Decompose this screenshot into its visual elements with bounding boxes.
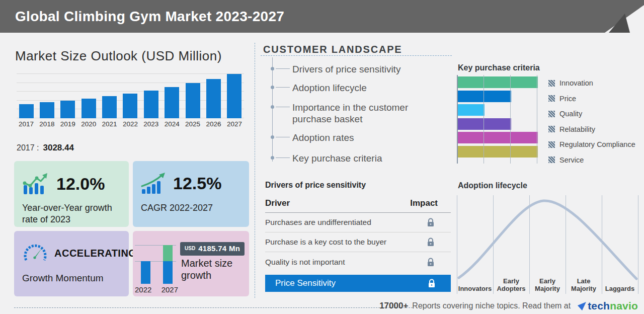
criteria-bar-price [458, 91, 511, 102]
momentum-caption: Growth Momentum [22, 273, 104, 284]
price-sensitivity-label: Price Sensitivity [275, 278, 336, 288]
legend-label: Regulatory Compliance [559, 140, 635, 148]
driver-row: Purchases are undifferentiated [265, 213, 451, 232]
gridline [537, 75, 537, 164]
col-impact: Impact [410, 198, 438, 208]
criteria-bar-regulatory-compliance [458, 132, 538, 143]
mini-bar-2027-base [163, 261, 173, 284]
list-connector-line [272, 57, 273, 162]
year-label: 2027 [225, 120, 244, 128]
mini-bar-2027-growth [163, 245, 173, 261]
header-bar: Global Climbing Gym Market 2023-2027 [0, 0, 644, 33]
bar-2017 [19, 104, 34, 118]
bar-column [204, 79, 223, 118]
report-count: 17000+ [379, 301, 408, 311]
bar-column [141, 91, 160, 118]
bar-column [58, 101, 77, 118]
footer-text: Reports covering niche topics. Read them… [412, 301, 571, 310]
col-driver: Driver [265, 198, 290, 208]
gridline [457, 75, 458, 164]
market-size-title: Market Size Outlook (USD Million) [15, 48, 222, 64]
key-purchase-criteria-title: Key purchase criteria [458, 63, 540, 72]
speedometer-icon [22, 242, 48, 264]
legend-label: Price [559, 95, 576, 103]
bar-column [100, 96, 119, 118]
chart-bars [17, 73, 244, 118]
badge-currency: USD [185, 246, 195, 251]
bar-2020 [82, 99, 96, 118]
legend-item: Price [548, 91, 635, 107]
criteria-bar-service [458, 146, 538, 158]
bar-2025 [186, 83, 200, 118]
bar-column [225, 74, 244, 118]
list-connector [276, 158, 290, 158]
mini-bar-2022 [141, 261, 150, 284]
bar-2027 [227, 74, 242, 118]
lifecycle-stage-label: Early Adopters [493, 278, 529, 294]
momentum-title: ACCELERATING [54, 248, 136, 259]
bar-column [121, 94, 140, 118]
highlight-value: 3028.44 [43, 143, 73, 152]
criteria-bar-innovation [458, 76, 538, 88]
legend-item: Innovation [548, 75, 635, 91]
kpc-bars [458, 76, 538, 160]
bar-column [163, 87, 182, 118]
brand-navio: navio [610, 300, 638, 311]
bar-column [37, 102, 56, 118]
list-item: Adoption rates [292, 132, 449, 143]
bar-2024 [165, 87, 179, 118]
list-connector [276, 137, 290, 137]
kpc-legend: InnovationPriceQualityRelatabilityRegula… [548, 75, 635, 168]
technavio-triangle-icon [578, 302, 587, 311]
lifecycle-stage-label: Innovators [457, 278, 493, 294]
yoy-growth-value: 12.0% [56, 174, 105, 194]
list-bullet [271, 67, 274, 70]
cagr-card: 12.5% CAGR 2022-2027 [133, 161, 249, 227]
criteria-bar-quality [458, 104, 485, 116]
legend-swatch-icon [548, 126, 555, 132]
bar-growth-icon [22, 172, 50, 195]
list-bullet [271, 135, 274, 139]
market-size-chart [17, 73, 244, 118]
key-purchase-criteria-chart [457, 75, 538, 164]
bar-2026 [206, 79, 221, 118]
bar-2023 [144, 91, 158, 118]
mini-year-2022: 2022 [135, 285, 151, 294]
lifecycle-stage-label: Early Majority [529, 278, 566, 294]
market-growth-card: 2022 2027 USD4185.74 Mn Market size grow… [133, 231, 249, 296]
infographic: Global Climbing Gym Market 2023-2027 Mar… [0, 0, 644, 314]
technavio-logo[interactable]: technavio [578, 300, 638, 312]
mini-chart-years: 2022 2027 [135, 285, 178, 294]
year-label: 2026 [204, 120, 223, 128]
year-label: 2018 [37, 120, 56, 128]
gridline [484, 75, 484, 164]
lifecycle-stage-label: Laggards [602, 278, 638, 294]
adoption-lifecycle-labels: InnovatorsEarly AdoptersEarly MajorityLa… [457, 278, 638, 294]
list-connector [276, 68, 290, 69]
legend-item: Quality [548, 106, 635, 122]
adoption-lifecycle-chart [457, 195, 638, 278]
legend-label: Service [559, 156, 584, 164]
growth-caption: Market size growth [181, 257, 242, 281]
bar-2022 [123, 94, 137, 118]
year-label: 2024 [163, 120, 182, 128]
adoption-lifecycle-title: Adoption lifecycle [458, 181, 527, 190]
drivers-table: Driver Impact Purchases are undifferenti… [265, 198, 451, 292]
driver-label: Purchase is a key cost to the buyer [265, 238, 386, 247]
page-title: Global Climbing Gym Market 2023-2027 [15, 0, 284, 33]
list-connector [276, 87, 290, 88]
bar-column [183, 83, 202, 118]
drivers-table-body: Purchases are undifferentiatedPurchase i… [265, 213, 451, 272]
yoy-growth-card: 12.0% Year-over-Year growth rate of 2023 [14, 161, 129, 227]
legend-swatch-icon [548, 156, 555, 163]
legend-swatch-icon [548, 80, 555, 87]
year-label: 2025 [183, 120, 202, 128]
criteria-bar-relatability [458, 118, 511, 130]
list-bullet [271, 86, 274, 89]
lifecycle-stage-label: Late Majority [566, 278, 602, 294]
year-label: 2020 [79, 120, 98, 128]
gridline [638, 195, 638, 294]
driver-row: Quality is not important [265, 252, 451, 272]
bar-2019 [60, 101, 75, 118]
cagr-value: 12.5% [173, 174, 221, 193]
